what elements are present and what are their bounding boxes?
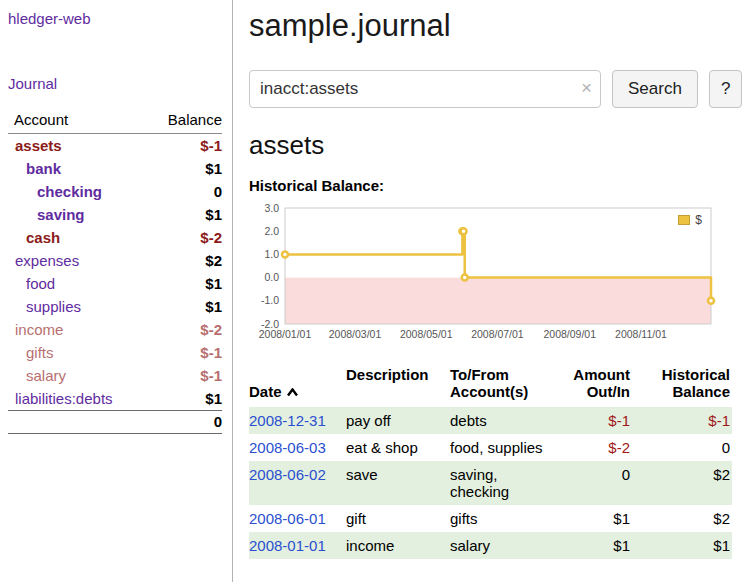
account-balance: $-1: [149, 134, 222, 158]
transaction-date-cell: 2008-12-31: [249, 407, 346, 434]
sidebar: hledger-web Journal Account Balance asse…: [0, 0, 233, 582]
register-header-row: Date Description To/From Account(s) Amou…: [249, 364, 732, 407]
legend-label: $: [695, 213, 702, 227]
transaction-description: eat & shop: [346, 434, 450, 461]
transaction-balance: 0: [640, 434, 732, 461]
account-row: income$-2: [8, 318, 222, 341]
search-input[interactable]: [249, 70, 601, 108]
account-link[interactable]: supplies: [26, 298, 81, 315]
account-row: saving$1: [8, 203, 222, 226]
transaction-row: 2008-01-01incomesalary$1$1: [249, 532, 732, 559]
chart-legend: $: [675, 212, 705, 228]
svg-text:2008/11/01: 2008/11/01: [615, 328, 667, 340]
account-balance: $1: [149, 295, 222, 318]
account-row: assets$-1: [8, 134, 222, 158]
legend-swatch-icon: [678, 215, 690, 225]
transaction-amount: $-1: [558, 407, 640, 434]
account-balance: $1: [149, 272, 222, 295]
transaction-row: 2008-12-31pay offdebts$-1$-1: [249, 407, 732, 434]
svg-text:3.0: 3.0: [264, 202, 279, 214]
accounts-header-row: Account Balance: [8, 108, 222, 134]
register-header-date[interactable]: Date: [249, 364, 346, 407]
account-row: cash$-2: [8, 226, 222, 249]
transaction-date-link[interactable]: 2008-01-01: [249, 537, 326, 554]
register-header-accounts[interactable]: To/From Account(s): [450, 364, 558, 407]
transaction-description: income: [346, 532, 450, 559]
register-header-amount[interactable]: Amount Out/In: [558, 364, 640, 407]
svg-text:1.0: 1.0: [264, 248, 279, 260]
transaction-balance: $1: [640, 532, 732, 559]
transaction-date-link[interactable]: 2008-06-01: [249, 510, 326, 527]
transaction-description: pay off: [346, 407, 450, 434]
register-header-balance[interactable]: Historical Balance: [640, 364, 732, 407]
transaction-accounts: food, supplies: [450, 434, 558, 461]
account-link[interactable]: food: [26, 275, 55, 292]
transaction-date-link[interactable]: 2008-12-31: [249, 412, 326, 429]
account-row: supplies$1: [8, 295, 222, 318]
accounts-total-value: 0: [149, 411, 222, 434]
register-header-description[interactable]: Description: [346, 364, 450, 407]
account-link[interactable]: expenses: [15, 252, 79, 269]
transaction-amount: $1: [558, 505, 640, 532]
app-title-link[interactable]: hledger-web: [8, 10, 222, 27]
app-window: hledger-web Journal Account Balance asse…: [0, 0, 742, 582]
transaction-row: 2008-06-03eat & shopfood, supplies$-20: [249, 434, 732, 461]
account-link[interactable]: income: [15, 321, 63, 338]
transaction-amount: 0: [558, 461, 640, 505]
historical-balance-chart: 3.02.01.00.0-1.0-2.02008/01/012008/03/01…: [249, 202, 719, 348]
accounts-header-account: Account: [8, 108, 149, 134]
account-balance: 0: [149, 180, 222, 203]
accounts-table-body: assets$-1bank$1checking0saving$1cash$-2e…: [8, 134, 222, 411]
transaction-date-link[interactable]: 2008-06-02: [249, 466, 326, 483]
transaction-balance: $-1: [640, 407, 732, 434]
account-link[interactable]: gifts: [26, 344, 54, 361]
account-balance: $-2: [149, 318, 222, 341]
account-balance: $-1: [149, 341, 222, 364]
register-table: Date Description To/From Account(s) Amou…: [249, 364, 732, 559]
account-balance: $1: [149, 157, 222, 180]
account-link[interactable]: bank: [26, 160, 61, 177]
account-balance: $1: [149, 203, 222, 226]
help-button[interactable]: ?: [709, 70, 742, 108]
account-row: checking0: [8, 180, 222, 203]
chart-canvas: 3.02.01.00.0-1.0-2.02008/01/012008/03/01…: [249, 202, 719, 348]
journal-nav-link[interactable]: Journal: [8, 75, 222, 92]
main-content: sample.journal × Search ? assets Histori…: [233, 0, 742, 582]
register-table-body: 2008-12-31pay offdebts$-1$-12008-06-03ea…: [249, 407, 732, 559]
page-title: sample.journal: [249, 8, 742, 44]
transaction-accounts: salary: [450, 532, 558, 559]
account-balance: $-2: [149, 226, 222, 249]
transaction-amount: $1: [558, 532, 640, 559]
clear-search-icon[interactable]: ×: [581, 78, 592, 98]
svg-text:2008/07/01: 2008/07/01: [471, 328, 524, 340]
account-row: salary$-1: [8, 364, 222, 387]
transaction-row: 2008-06-01giftgifts$1$2: [249, 505, 732, 532]
transaction-balance: $2: [640, 505, 732, 532]
account-row: liabilities:debts$1: [8, 387, 222, 411]
svg-text:0.0: 0.0: [264, 271, 279, 283]
search-box: ×: [249, 70, 601, 108]
account-link[interactable]: cash: [26, 229, 60, 246]
account-row: expenses$2: [8, 249, 222, 272]
account-balance: $1: [149, 387, 222, 411]
transaction-description: gift: [346, 505, 450, 532]
search-bar: × Search ?: [249, 70, 742, 108]
transaction-date-cell: 2008-06-01: [249, 505, 346, 532]
account-link[interactable]: salary: [26, 367, 66, 384]
transaction-accounts: gifts: [450, 505, 558, 532]
register-header-date-label: Date: [249, 383, 282, 400]
account-link[interactable]: assets: [15, 137, 62, 154]
transaction-accounts: saving, checking: [450, 461, 558, 505]
accounts-header-balance: Balance: [149, 108, 222, 134]
svg-text:2008/03/01: 2008/03/01: [329, 328, 382, 340]
svg-text:-1.0: -1.0: [261, 294, 279, 306]
account-link[interactable]: liabilities:debts: [15, 390, 113, 407]
search-button[interactable]: Search: [612, 70, 698, 108]
transaction-date-cell: 2008-01-01: [249, 532, 346, 559]
account-link[interactable]: checking: [37, 183, 102, 200]
transaction-date-link[interactable]: 2008-06-03: [249, 439, 326, 456]
transaction-description: save: [346, 461, 450, 505]
transaction-amount: $-2: [558, 434, 640, 461]
account-heading: assets: [249, 130, 742, 161]
account-link[interactable]: saving: [37, 206, 85, 223]
